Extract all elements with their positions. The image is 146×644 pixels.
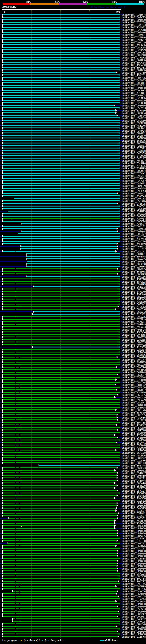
row-connector-left [0, 241, 2, 242]
subject-label: UniRef100_Q12552 [122, 500, 146, 502]
arrowhead-icon [119, 331, 120, 333]
subject-label: UniRef100_A9TUA3 [122, 361, 146, 364]
alignment-bar [3, 444, 119, 446]
arrowhead-icon [119, 368, 120, 371]
arrowhead-icon [119, 76, 120, 79]
subject-label: UniRef100_Q8VX98 [122, 296, 146, 298]
alignment-row: UniRef100_B9DGZ4 [0, 61, 146, 64]
arrowhead-icon [119, 260, 120, 262]
subject-label: UniRef100_C4MCD5 [122, 620, 146, 623]
bar-gap [14, 608, 16, 609]
bar-gap [14, 336, 16, 338]
alignment-bar [3, 520, 114, 521]
alignment-row: UniRef100_Q9Y8E9 [0, 474, 146, 477]
row-connector-left [0, 190, 2, 191]
arrowhead-icon [119, 208, 120, 210]
alignment-bar [3, 160, 119, 161]
arrowhead-icon [119, 454, 120, 456]
alignment-bar [3, 472, 117, 473]
subject-label: UniRef100_Q8VWN9 [122, 431, 146, 434]
bar-gap [14, 427, 16, 428]
alignment-row: UniRef100_A3AV14 [0, 218, 146, 220]
alignment-bar [3, 440, 119, 440]
arrowhead-icon [119, 38, 120, 41]
alignment-row: UniRef100_P09094 [0, 112, 146, 114]
subject-label: UniRef100_Q42671 [122, 182, 146, 184]
bar-gap [14, 500, 16, 501]
alignment-row: UniRef100_P34921 [0, 34, 146, 36]
alignment-row: UniRef100_UPI000.. [0, 570, 146, 572]
alignment-row: UniRef100_P16858 [0, 557, 146, 560]
alignment-row: UniRef100_C6TN36 [0, 59, 146, 61]
alignment-row: UniRef100_A3QVW3 [0, 238, 146, 240]
subject-label: UniRef100_B7FK01 [122, 84, 146, 86]
alignment-bar [3, 364, 119, 365]
arrowhead-icon [119, 620, 120, 622]
subject-label: UniRef100_UPI000.. [122, 630, 146, 633]
bar-gap [14, 603, 16, 604]
subject-label: UniRef100_A3AV14 [122, 218, 146, 220]
bar-gap-thin-line [19, 495, 20, 496]
subject-label: UniRef100_A9JPH9 [122, 610, 146, 613]
bar-gap [14, 636, 16, 637]
subject-label: UniRef100_C4Y5R5 [122, 507, 146, 510]
alignment-row: UniRef100_A1DS03 [0, 346, 146, 348]
bar-gap-thin-line [19, 306, 20, 307]
row-connector-left [0, 170, 2, 171]
alignment-bar [34, 311, 118, 312]
alignment-bar [3, 22, 119, 22]
subject-label: UniRef100_C9EAC1 [122, 192, 146, 195]
bar-gap-thin-line [14, 299, 16, 299]
bar-gap-thin-line [14, 269, 16, 269]
scale-label-20: 20% [21, 0, 35, 3]
alignment-row: UniRef100_P49644 [0, 600, 146, 603]
alignment-row: UniRef100_Q8VX98 [0, 296, 146, 298]
alignment-bar [3, 555, 117, 556]
bar-gap [14, 462, 16, 463]
row-connector-left [0, 231, 21, 232]
alignment-bar [21, 231, 117, 232]
arrowhead-icon [116, 600, 117, 602]
arrowhead-icon [119, 280, 120, 282]
alignment-row: UniRef100_A8JHR9 [0, 585, 146, 588]
subject-label: UniRef100_C0Z2I0 [122, 54, 146, 56]
alignment-bar [3, 326, 119, 327]
alignment-row: UniRef100_UPI000.. [0, 86, 146, 89]
bar-gap-thin-line [19, 594, 20, 594]
alignment-row: UniRef100_A3LZZ7 [0, 547, 146, 550]
row-connector-left [0, 377, 2, 378]
scale-bar-label: =100char. [105, 639, 118, 642]
subject-label: UniRef100_UPI000.. [122, 552, 146, 555]
alignment-bar [3, 130, 119, 131]
row-connector-left [0, 614, 2, 614]
bar-gap-thin-line [14, 526, 16, 526]
bar-gap-thin-line [14, 538, 16, 538]
subject-label: UniRef100_B6T7A4 [122, 464, 146, 467]
alignment-row: UniRef100_P08477 [0, 232, 146, 235]
alignment-bar [3, 573, 119, 574]
bar-gap [14, 397, 16, 398]
arrowhead-icon [117, 565, 118, 567]
alignment-bar [3, 424, 116, 425]
bar-gap-thin-line [19, 611, 20, 612]
alignment-row: UniRef100_A9V5E8 [0, 497, 146, 500]
subject-label: UniRef100_A3LZZ7 [122, 547, 146, 550]
arrowhead-icon [119, 157, 120, 159]
bar-gap-thin-line [14, 442, 16, 443]
alignment-bar [3, 475, 117, 476]
alignment-row: UniRef100_Q9SA29 [0, 399, 146, 401]
row-connector-left [0, 533, 2, 534]
arrowhead-icon [117, 630, 118, 632]
subject-label: UniRef100_A6YED2 [122, 245, 146, 248]
arrowhead-icon [119, 107, 120, 109]
alignment-bar [3, 60, 119, 60]
alignment-row: UniRef100_Q41595 [0, 202, 146, 205]
bar-gap [14, 432, 16, 433]
subject-label: UniRef100_A7PLU5 [122, 164, 146, 167]
bar-gap-thin-line [14, 397, 16, 398]
row-connector-left [0, 316, 2, 317]
subject-label: UniRef100_Q8AY70 [122, 429, 146, 431]
bar-gap-thin-line [14, 548, 16, 548]
alignment-bar [3, 301, 119, 302]
row-connector-left [0, 493, 2, 494]
